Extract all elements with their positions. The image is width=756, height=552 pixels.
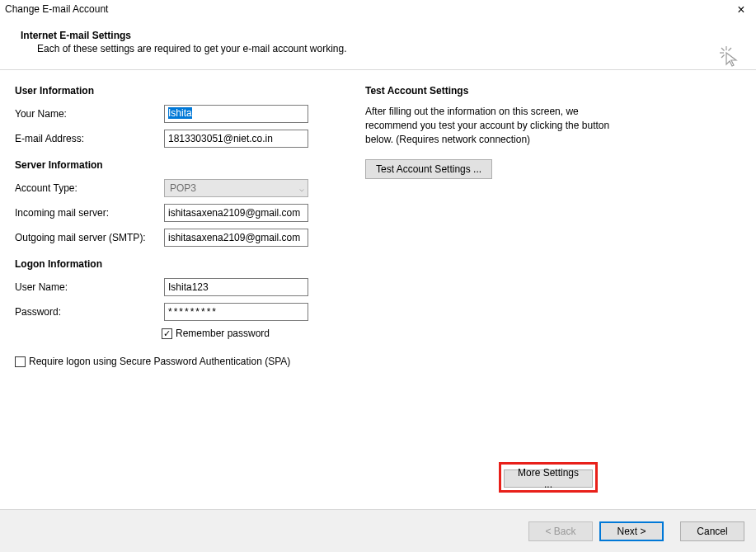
wizard-header-title: Internet E-mail Settings [21,30,756,41]
wizard-header-subtitle: Each of these settings are required to g… [21,43,756,54]
more-settings-button[interactable]: More Settings ... [504,469,593,488]
label-account-type: Account Type: [15,182,164,194]
remember-password-checkbox[interactable]: ✓ [162,328,172,339]
right-column: Test Account Settings After filling out … [365,85,741,367]
label-username: User Name: [15,281,164,293]
incoming-server-field[interactable] [164,204,308,222]
row-incoming: Incoming mail server: [15,204,349,222]
section-logon-info: Logon Information [15,258,349,270]
form-body: User Information Your Name: Ishita E-mai… [0,70,756,367]
label-email: E-mail Address: [15,133,164,144]
wizard-footer: < Back Next > Cancel [0,509,756,552]
cursor-icon [718,45,741,70]
back-button: < Back [528,521,593,541]
email-field[interactable] [164,130,308,148]
username-field[interactable] [164,278,308,296]
label-remember-password: Remember password [176,328,270,339]
next-button[interactable]: Next > [599,521,664,541]
label-password: Password: [15,306,164,318]
your-name-value: Ishita [168,107,192,119]
account-type-select: POP3 ⌵ [164,179,308,197]
row-your-name: Your Name: Ishita [15,105,349,123]
test-account-settings-button[interactable]: Test Account Settings ... [365,159,492,179]
row-account-type: Account Type: POP3 ⌵ [15,179,349,197]
chevron-down-icon: ⌵ [299,184,304,193]
cancel-button[interactable]: Cancel [680,521,744,541]
more-settings-highlight: More Settings ... [499,462,598,493]
left-column: User Information Your Name: Ishita E-mai… [15,85,349,367]
label-require-spa: Require logon using Secure Password Auth… [29,356,290,367]
section-server-info: Server Information [15,159,349,171]
svg-line-3 [729,48,732,51]
your-name-field[interactable]: Ishita [164,105,308,123]
label-incoming: Incoming mail server: [15,207,164,219]
svg-line-2 [721,48,725,51]
section-user-info: User Information [15,85,349,97]
account-type-value: POP3 [170,182,196,194]
window-title: Change E-mail Account [5,3,108,15]
password-field[interactable] [164,303,308,321]
wizard-header: Internet E-mail Settings Each of these s… [0,20,756,69]
row-username: User Name: [15,278,349,296]
test-settings-description: After filling out the information on thi… [365,105,629,146]
svg-line-4 [721,55,725,59]
require-spa-checkbox[interactable] [15,356,26,367]
label-your-name: Your Name: [15,108,164,120]
row-remember-password[interactable]: ✓ Remember password [162,328,349,339]
row-password: Password: [15,303,349,321]
row-outgoing: Outgoing mail server (SMTP): [15,229,349,247]
section-test-settings: Test Account Settings [365,85,708,97]
label-outgoing: Outgoing mail server (SMTP): [15,232,164,243]
outgoing-server-field[interactable] [164,229,308,247]
row-require-spa[interactable]: Require logon using Secure Password Auth… [15,356,349,367]
window-titlebar: Change E-mail Account × [0,0,756,20]
row-email: E-mail Address: [15,130,349,148]
close-icon[interactable]: × [731,3,751,17]
